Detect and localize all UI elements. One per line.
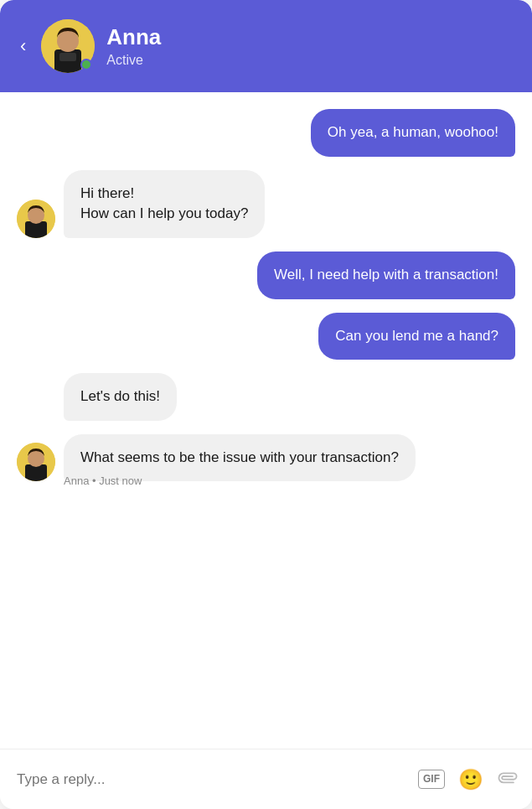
gif-button[interactable]: GIF bbox=[418, 770, 445, 789]
message-row: Oh yea, a human, woohoo! bbox=[17, 109, 515, 157]
svg-rect-3 bbox=[59, 53, 76, 61]
contact-status: Active bbox=[106, 53, 161, 68]
message-avatar bbox=[17, 443, 55, 481]
message-row: Hi there!How can I help you today? bbox=[17, 170, 515, 238]
message-row: Can you lend me a hand? bbox=[17, 313, 515, 360]
received-bubble: Hi there!How can I help you today? bbox=[64, 170, 265, 238]
sent-bubble: Can you lend me a hand? bbox=[318, 313, 515, 360]
input-area: GIF 🙂 bbox=[0, 749, 532, 809]
header-info: Anna Active bbox=[106, 24, 161, 67]
contact-name: Anna bbox=[106, 24, 161, 50]
message-meta: Anna • Just now bbox=[64, 475, 515, 487]
message-group-received: Let's do this! bbox=[17, 373, 515, 421]
received-bubble: Let's do this! bbox=[64, 373, 177, 421]
message-row: Let's do this! bbox=[17, 373, 515, 421]
chat-header: ‹ Anna Active bbox=[0, 0, 532, 92]
input-toolbar: GIF 🙂 bbox=[418, 768, 515, 791]
emoji-button[interactable]: 🙂 bbox=[458, 768, 483, 791]
svg-point-2 bbox=[57, 30, 79, 52]
reply-input[interactable] bbox=[17, 771, 418, 788]
chat-area: Oh yea, a human, woohoo! Hi there!How ca… bbox=[0, 92, 532, 749]
online-indicator bbox=[80, 59, 92, 70]
header-avatar-wrapper bbox=[41, 19, 95, 73]
sent-bubble: Oh yea, a human, woohoo! bbox=[311, 109, 515, 157]
message-avatar bbox=[17, 200, 55, 238]
back-button[interactable]: ‹ bbox=[17, 34, 29, 59]
attach-button[interactable] bbox=[491, 765, 520, 794]
message-group-received-2: What seems to be the issue with your tra… bbox=[17, 434, 515, 488]
sent-bubble: Well, I need help with a transaction! bbox=[257, 252, 515, 299]
message-row: Well, I need help with a transaction! bbox=[17, 252, 515, 299]
